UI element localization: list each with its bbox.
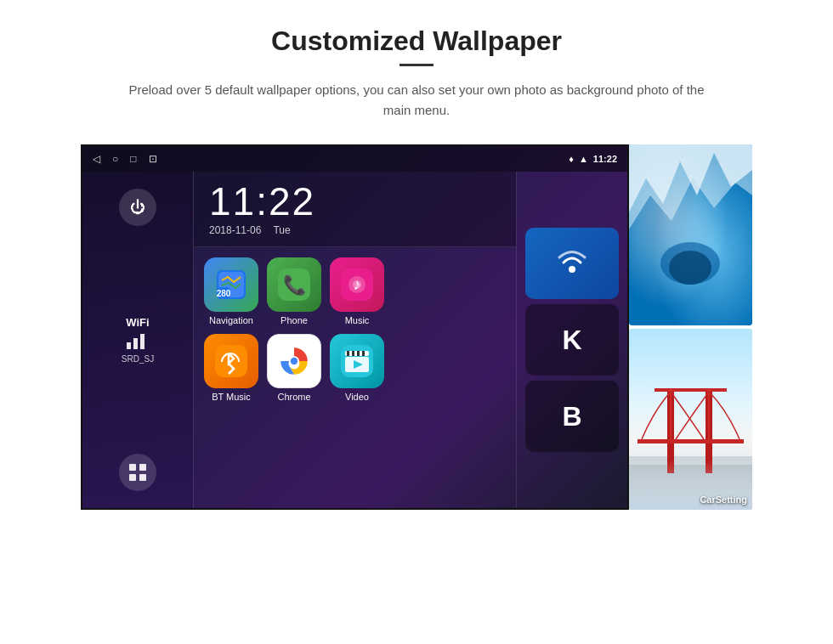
status-time: 11:22 [593,154,617,164]
b-widget: B [525,381,619,452]
music-icon: ♪ [330,257,384,312]
wallpaper-ice[interactable] [629,144,752,325]
svg-point-29 [569,266,575,273]
btmusic-label: BT Music [212,392,251,402]
b-letter: B [562,401,581,432]
page-title: Customized Wallpaper [271,25,562,57]
wifi-ssid: SRD_SJ [122,354,154,364]
ice-overlay [629,144,752,325]
app-navigation[interactable]: 280 Navigation [204,257,258,325]
svg-text:♪: ♪ [354,276,361,293]
svg-text:📞: 📞 [283,274,307,297]
screenshot-icon[interactable]: ⊡ [149,153,157,165]
main-content: ⏻ WiFi SRD_SJ [82,172,627,508]
clock-day: Tue [273,224,290,236]
navigation-label: Navigation [209,315,253,325]
app-video[interactable]: Video [330,334,384,402]
all-apps-button[interactable] [119,454,156,491]
music-label: Music [345,315,370,325]
signal-widget [525,228,619,299]
video-icon [330,334,384,388]
right-panel: K B [517,172,627,508]
clock-date-value: 2018-11-06 [209,224,261,236]
btmusic-icon [204,334,258,388]
svg-rect-6 [139,474,146,481]
android-screen-wrapper: ◁ ○ □ ⊡ ♦ ▲ 11:22 ⏻ WiFi [81,144,752,510]
status-bar-left: ◁ ○ □ ⊡ [93,153,157,165]
navigation-icon: 280 [204,257,258,312]
svg-rect-3 [129,464,136,471]
signal-icon: ▲ [579,154,588,164]
svg-rect-4 [139,464,146,471]
wallpaper-bridge[interactable]: CarSetting [629,329,752,510]
status-bar-right: ♦ ▲ 11:22 [569,154,617,164]
wifi-signal-bars [122,330,154,353]
app-chrome[interactable]: Chrome [267,334,321,402]
center-panel: 11:22 2018-11-06 Tue [193,172,517,508]
chrome-icon [267,334,321,388]
svg-rect-25 [357,351,360,356]
status-bar: ◁ ○ □ ⊡ ♦ ▲ 11:22 [82,146,627,172]
location-icon: ♦ [569,154,574,164]
svg-point-35 [669,251,711,285]
sidebar: ⏻ WiFi SRD_SJ [82,172,193,508]
power-button[interactable]: ⏻ [119,189,156,226]
svg-rect-1 [133,338,138,349]
phone-icon: 📞 [267,257,321,312]
svg-rect-44 [638,439,744,443]
svg-rect-5 [129,474,136,481]
apps-row-2: BT Music [204,334,506,402]
clock-area: 11:22 2018-11-06 Tue [194,172,516,247]
apps-row-1: 280 Navigation 📞 [204,257,506,325]
k-letter: K [562,325,581,356]
svg-rect-2 [140,334,144,349]
svg-rect-0 [127,342,131,349]
svg-text:280: 280 [217,289,231,298]
back-icon[interactable]: ◁ [93,153,100,165]
recents-icon[interactable]: □ [130,153,136,165]
clock-time: 11:22 [209,182,501,221]
svg-rect-26 [362,351,365,356]
k-widget: K [525,304,619,376]
svg-rect-23 [347,351,349,356]
android-screen: ◁ ○ □ ⊡ ♦ ▲ 11:22 ⏻ WiFi [81,144,629,510]
video-label: Video [345,392,369,402]
app-btmusic[interactable]: BT Music [204,334,258,402]
chrome-label: Chrome [277,392,310,402]
svg-point-20 [291,358,298,364]
title-divider [400,64,434,66]
page-description: Preload over 5 default wallpaper options… [119,80,714,121]
app-music[interactable]: ♪ Music [330,257,384,325]
wallpaper-thumbnails: CarSetting [629,144,752,510]
carsetting-label: CarSetting [700,494,747,505]
phone-label: Phone [280,315,308,325]
svg-rect-24 [352,351,354,356]
home-icon[interactable]: ○ [112,153,118,165]
svg-rect-41 [654,388,727,392]
app-phone[interactable]: 📞 Phone [267,257,321,325]
wifi-widget: WiFi SRD_SJ [122,316,154,364]
wifi-label: WiFi [122,316,154,329]
clock-date: 2018-11-06 Tue [209,224,501,236]
apps-area: 280 Navigation 📞 [194,247,516,508]
